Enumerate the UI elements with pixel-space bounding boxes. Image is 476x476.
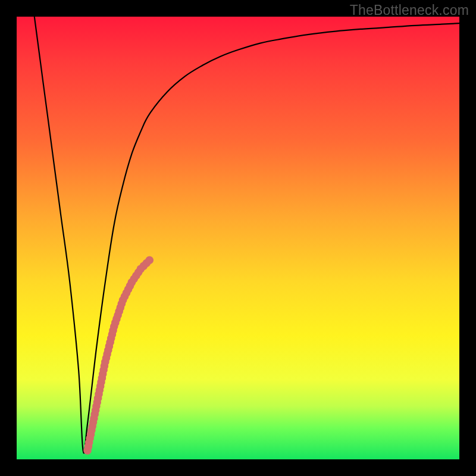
highlight-dot <box>145 256 154 264</box>
watermark-label: TheBottleneck.com <box>350 2 469 18</box>
plot-overlay <box>17 17 459 459</box>
chart-frame: TheBottleneck.com <box>0 0 476 476</box>
highlight-dots <box>83 256 154 454</box>
